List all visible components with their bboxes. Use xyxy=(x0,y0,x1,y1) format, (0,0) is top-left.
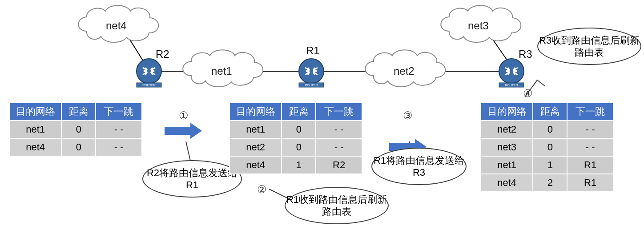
th-dist: 距离 xyxy=(533,103,567,121)
table-row: net4 2 R1 xyxy=(481,174,613,192)
step2-number: ② xyxy=(257,183,267,196)
step4-number: ④ xyxy=(523,87,533,100)
th-next: 下一跳 xyxy=(316,103,362,121)
th-dest: 目的网络 xyxy=(9,103,61,121)
step2-callout: R1收到路由信息后刷新路由表 xyxy=(285,187,389,224)
table-row: net3 0 - - xyxy=(481,138,613,156)
table-row: net4 1 R2 xyxy=(229,156,362,174)
table-row: net4 0 - - xyxy=(9,138,142,156)
th-next: 下一跳 xyxy=(96,103,142,121)
step1-text: R2将路由信息发送给R1 xyxy=(143,167,241,191)
net1-label: net1 xyxy=(211,65,232,77)
net3-label: net3 xyxy=(468,20,489,32)
step3-number: ③ xyxy=(403,109,413,122)
step3-text: R1将路由信息发送给R3 xyxy=(372,154,466,179)
step1-arrow-icon xyxy=(165,123,203,139)
table-row: net2 0 - - xyxy=(481,121,613,138)
router-r3-icon xyxy=(499,59,524,87)
table-row: net2 0 - - xyxy=(229,138,362,156)
routing-table-r3: 目的网络 距离 下一跳 net2 0 - - net3 0 - - net1 1… xyxy=(480,102,614,192)
table-row: net1 1 R1 xyxy=(481,156,613,174)
routing-table-r2: 目的网络 距离 下一跳 net1 0 - - net4 0 - - xyxy=(9,102,142,157)
router-r2-label: R2 xyxy=(156,48,169,61)
step1-callout: R2将路由信息发送给R1 xyxy=(142,160,242,198)
th-dist: 距离 xyxy=(282,103,316,121)
router-r3-label: R3 xyxy=(519,48,532,61)
step3-callout: R1将路由信息发送给R3 xyxy=(371,148,467,185)
router-r1-icon xyxy=(299,59,324,87)
th-dest: 目的网络 xyxy=(229,103,282,121)
step4-callout: R3收到路由信息后刷新路由表 xyxy=(537,28,641,65)
table-row: net1 0 - - xyxy=(9,121,142,138)
routing-table-r1: 目的网络 距离 下一跳 net1 0 - - net2 0 - - net4 1… xyxy=(229,102,362,174)
router-r2-icon xyxy=(137,59,161,87)
th-dest: 目的网络 xyxy=(481,103,533,121)
net4-label: net4 xyxy=(106,20,127,32)
table-row: net1 0 - - xyxy=(229,121,362,138)
step2-text: R1收到路由信息后刷新路由表 xyxy=(286,194,388,218)
th-next: 下一跳 xyxy=(567,103,613,121)
step1-number: ① xyxy=(179,109,189,122)
router-r1-label: R1 xyxy=(306,44,320,57)
step4-text: R3收到路由信息后刷新路由表 xyxy=(538,34,640,59)
net2-label: net2 xyxy=(394,65,415,77)
th-dist: 距离 xyxy=(61,103,96,121)
